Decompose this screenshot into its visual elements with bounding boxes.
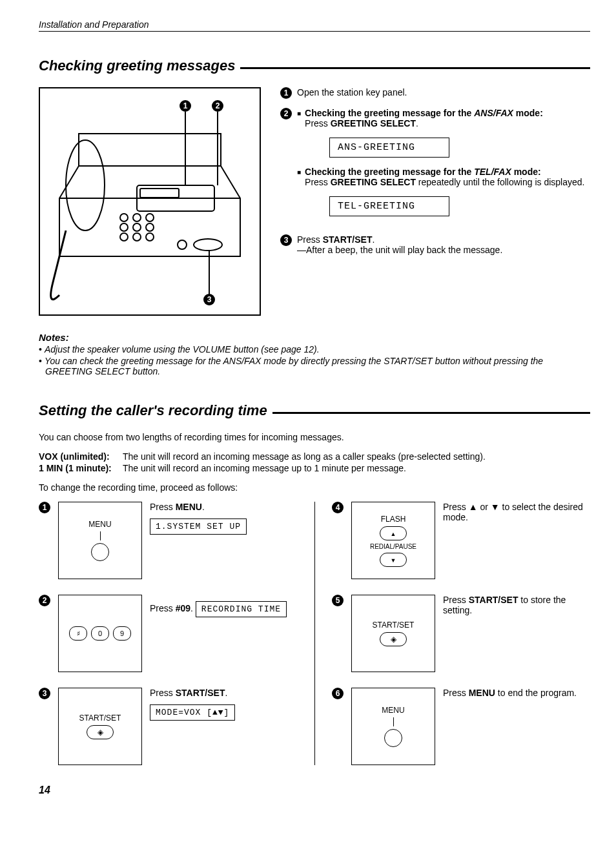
flash-redial-box: FLASH REDIAL/PAUSE xyxy=(351,502,435,579)
lcd-mode-vox: MODE=VOX [▲▼] xyxy=(150,704,235,721)
notes-list: Adjust the speaker volume using the VOLU… xyxy=(39,344,590,376)
def-desc: The unit will record an incoming message… xyxy=(123,451,486,462)
startset-box: START/SET xyxy=(351,595,435,672)
startset-label: START/SET xyxy=(373,621,415,630)
bullet-icon: ■ xyxy=(297,108,301,128)
svg-point-7 xyxy=(133,223,141,231)
startset-box: START/SET xyxy=(58,688,142,765)
key-9: 9 xyxy=(113,626,131,641)
menu-label: MENU xyxy=(382,706,404,715)
page-number: 14 xyxy=(39,785,590,796)
triangle-down-icon xyxy=(391,556,396,564)
bullet-icon: ■ xyxy=(297,167,301,187)
svg-point-8 xyxy=(146,223,154,231)
oval-button-icon xyxy=(380,553,407,567)
notes-heading: Notes: xyxy=(39,332,590,343)
circle-button-icon xyxy=(91,543,109,561)
svg-point-9 xyxy=(120,233,128,241)
instr-5: Press START/SET to store the setting. xyxy=(443,595,590,615)
section2-title: Setting the caller's recording time xyxy=(39,402,590,419)
step3-text: Press START/SET. —After a beep, the unit… xyxy=(297,234,590,255)
key-hash: ♯ xyxy=(69,626,87,641)
step1-text: Open the station key panel. xyxy=(297,87,590,99)
lcd-system-setup: 1.SYSTEM SET UP xyxy=(150,518,247,535)
note-item: Adjust the speaker volume using the VOLU… xyxy=(39,344,590,354)
diamond-icon xyxy=(391,635,396,644)
fax-machine-illustration: 1 2 3 xyxy=(39,87,261,316)
section2-intro2: To change the recording time, proceed as… xyxy=(39,482,590,493)
lcd-tel-greeting: TEL-GREETING xyxy=(329,196,449,216)
grid-num-6: 6 xyxy=(332,688,344,699)
step2a-text: Checking the greeting message for the AN… xyxy=(305,108,543,128)
key-0: 0 xyxy=(91,626,109,641)
flash-label: FLASH xyxy=(381,515,406,524)
section2-rule xyxy=(272,412,590,414)
oval-button-icon xyxy=(380,632,407,646)
callout-1: 1 xyxy=(180,100,191,112)
startset-label: START/SET xyxy=(79,713,121,723)
svg-point-11 xyxy=(146,233,154,241)
page-header: Installation and Preparation xyxy=(39,19,590,32)
section1-title: Checking greeting messages xyxy=(39,57,590,74)
vertical-divider xyxy=(314,502,315,765)
redial-label: REDIAL/PAUSE xyxy=(370,543,416,550)
lcd-ans-greeting: ANS-GREETING xyxy=(329,138,449,158)
keypad-box: ♯ 0 9 xyxy=(58,595,142,672)
step1-num: 1 xyxy=(280,87,292,99)
section1-steps: 1 Open the station key panel. 2 ■ Checki… xyxy=(280,87,590,316)
svg-point-2 xyxy=(66,140,105,231)
svg-point-12 xyxy=(194,239,222,251)
step2-num: 2 xyxy=(280,108,292,119)
grid-num-5: 5 xyxy=(332,595,344,606)
definitions: VOX (unlimited): The unit will record an… xyxy=(39,451,590,473)
grid-num-1: 1 xyxy=(39,502,50,513)
menu-label: MENU xyxy=(88,520,111,529)
oval-button-icon xyxy=(380,526,407,540)
instr-6: Press MENU to end the program. xyxy=(443,688,590,698)
section2-intro: You can choose from two lengths of recor… xyxy=(39,432,590,442)
fax-svg xyxy=(40,88,260,314)
svg-point-6 xyxy=(120,223,128,231)
menu-button-box: MENU xyxy=(351,688,435,765)
def-term: VOX (unlimited): xyxy=(39,451,123,462)
oval-button-icon xyxy=(87,725,114,739)
callout-3: 3 xyxy=(203,294,215,305)
step2b-text: Checking the greeting message for the TE… xyxy=(305,167,584,187)
instr-1: Press MENU. 1.SYSTEM SET UP xyxy=(150,502,297,535)
grid-num-2: 2 xyxy=(39,595,50,606)
svg-point-10 xyxy=(133,233,141,241)
grid-num-3: 3 xyxy=(39,688,50,699)
section1-title-text: Checking greeting messages xyxy=(39,57,235,74)
svg-point-4 xyxy=(133,214,141,221)
menu-button-box: MENU xyxy=(58,502,142,579)
def-term: 1 MIN (1 minute): xyxy=(39,463,123,473)
svg-point-3 xyxy=(120,214,128,221)
svg-point-5 xyxy=(146,214,154,221)
grid-num-4: 4 xyxy=(332,502,344,513)
svg-point-13 xyxy=(178,240,187,249)
instr-2: Press #09. RECORDING TIME xyxy=(150,595,297,617)
instr-3: Press START/SET. MODE=VOX [▲▼] xyxy=(150,688,297,721)
lcd-recording-time: RECORDING TIME xyxy=(196,601,287,617)
note-item: You can check the greeting message for t… xyxy=(39,356,590,376)
def-desc: The unit will record an incoming message… xyxy=(123,463,406,473)
callout-2: 2 xyxy=(212,100,223,112)
circle-button-icon xyxy=(384,729,402,747)
diamond-icon xyxy=(98,728,103,737)
instr-4: Press ▲ or ▼ to select the desired mode. xyxy=(443,502,590,522)
step3-num: 3 xyxy=(280,234,292,246)
triangle-up-icon xyxy=(391,529,396,537)
svg-rect-1 xyxy=(140,189,179,198)
section2-title-text: Setting the caller's recording time xyxy=(39,402,267,419)
section1-rule xyxy=(240,67,590,69)
